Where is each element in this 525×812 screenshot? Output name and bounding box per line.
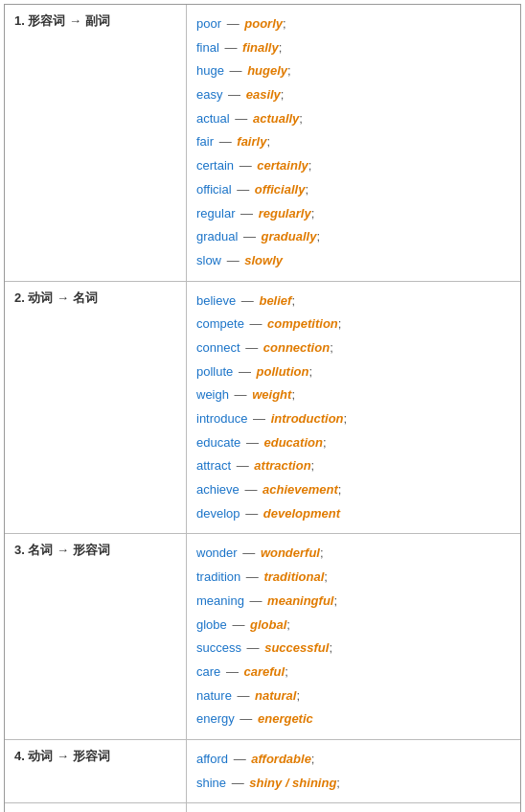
word-derived: attraction	[254, 458, 310, 473]
arrow: —	[228, 776, 247, 790]
separator: ;	[308, 158, 312, 173]
arrow: —	[242, 569, 262, 584]
separator: ;	[287, 63, 291, 78]
pairs-cell: afford — affordable;shine — shiny / shin…	[187, 740, 520, 802]
arrow: —	[241, 482, 261, 497]
word-derived: traditional	[263, 569, 324, 584]
word-derived: wonderful	[261, 545, 320, 560]
arrow: —	[221, 40, 240, 55]
word-base: energy	[196, 711, 235, 726]
word-pair: certain — certainly;	[196, 158, 311, 173]
word-pair: weigh — weight;	[196, 387, 295, 402]
category-cell: 2. 动词 → 名词	[5, 282, 187, 534]
word-derived: gradually	[262, 229, 317, 244]
pairs-cell: believe — belief;compete — competition;c…	[187, 282, 520, 534]
arrow: —	[216, 134, 235, 149]
word-pair: gradual — gradually;	[196, 229, 320, 244]
separator: ;	[330, 340, 333, 355]
word-base: attract	[196, 458, 231, 473]
word-derived: fairly	[237, 134, 266, 149]
separator: ;	[286, 617, 290, 632]
word-pair: meaning — meaningful;	[196, 593, 337, 608]
word-derived: connection	[263, 340, 330, 355]
separator: ;	[285, 664, 288, 679]
word-pair: compete — competition;	[196, 316, 341, 331]
separator: ;	[291, 387, 295, 402]
word-pair: introduce — introduction;	[196, 411, 347, 426]
word-derived: officially	[255, 182, 306, 197]
arrow: —	[249, 411, 268, 426]
category-cell: 3. 名词 → 形容词	[5, 534, 187, 739]
arrow: —	[238, 293, 257, 308]
word-base: globe	[196, 617, 227, 632]
word-derived: competition	[267, 316, 338, 331]
separator: ;	[311, 752, 315, 766]
word-derived: meaningful	[267, 593, 333, 608]
word-pair: actual — actually;	[196, 111, 303, 126]
separator: ;	[311, 458, 315, 473]
word-pair: final — finally;	[196, 40, 282, 55]
word-derived: hugely	[247, 63, 287, 78]
word-base: certain	[196, 158, 234, 173]
separator: ;	[308, 364, 312, 379]
word-pair: easy — easily;	[196, 87, 284, 102]
category-cell: 1. 形容词 → 副词	[5, 5, 187, 281]
separator: ;	[324, 569, 328, 584]
category-cell: 5. 形容词 → 名词	[5, 803, 187, 812]
word-pair: develop — development	[196, 506, 340, 521]
separator: ;	[344, 411, 348, 426]
word-base: official	[196, 182, 232, 197]
word-base: afford	[196, 752, 228, 766]
table-row: 5. 形容词 → 名词able — ability	[5, 803, 520, 812]
arrow: —	[246, 316, 265, 331]
word-pair: afford — affordable;	[196, 752, 314, 766]
word-derived: affordable	[251, 752, 311, 766]
category-cell: 4. 动词 → 形容词	[5, 740, 187, 802]
arrow: —	[240, 545, 259, 560]
word-base: connect	[196, 340, 240, 355]
word-base: weigh	[196, 387, 229, 402]
pairs-cell: wonder — wonderful;tradition — tradition…	[187, 534, 520, 739]
separator: ;	[283, 16, 286, 31]
word-base: actual	[196, 111, 230, 126]
word-derived: pollution	[257, 364, 309, 379]
word-pair: huge — hugely;	[196, 63, 291, 78]
table-row: 1. 形容词 → 副词poor — poorly;final — finally…	[5, 5, 520, 282]
word-pair: globe — global;	[196, 617, 290, 632]
pairs-cell: poor — poorly;final — finally;huge — hug…	[187, 5, 520, 281]
arrow: —	[222, 664, 241, 679]
word-derived: successful	[264, 640, 329, 655]
separator: ;	[338, 316, 342, 331]
word-derived: slowly	[244, 253, 283, 267]
word-pair: energy — energetic	[196, 711, 313, 726]
separator: ;	[279, 40, 283, 55]
table-row: 4. 动词 → 形容词afford — affordable;shine — s…	[5, 740, 520, 803]
word-pair: poor — poorly;	[196, 16, 286, 31]
word-base: pollute	[196, 364, 233, 379]
arrow: —	[242, 340, 262, 355]
word-pair: success — successful;	[196, 640, 332, 655]
arrow: —	[237, 206, 256, 220]
separator: ;	[323, 435, 327, 450]
word-base: huge	[196, 63, 224, 78]
arrow: —	[240, 229, 259, 244]
word-pair: educate — education;	[196, 435, 327, 450]
word-derived: shiny / shining	[249, 776, 336, 790]
separator: ;	[305, 182, 308, 197]
word-derived: education	[264, 435, 323, 450]
word-base: regular	[196, 206, 235, 220]
word-derived: certainly	[257, 158, 308, 173]
table-row: 2. 动词 → 名词believe — belief;compete — com…	[5, 282, 520, 535]
word-base: shine	[196, 776, 226, 790]
word-pair: regular — regularly;	[196, 206, 314, 220]
word-derived: development	[263, 506, 340, 521]
separator: ;	[329, 640, 332, 655]
word-derived: actually	[253, 111, 299, 126]
arrow: —	[224, 87, 243, 102]
separator: ;	[311, 206, 315, 220]
word-derived: energetic	[258, 711, 313, 726]
separator: ;	[266, 134, 270, 149]
separator: ;	[281, 87, 285, 102]
arrow: —	[246, 593, 265, 608]
word-derived: global	[250, 617, 286, 632]
